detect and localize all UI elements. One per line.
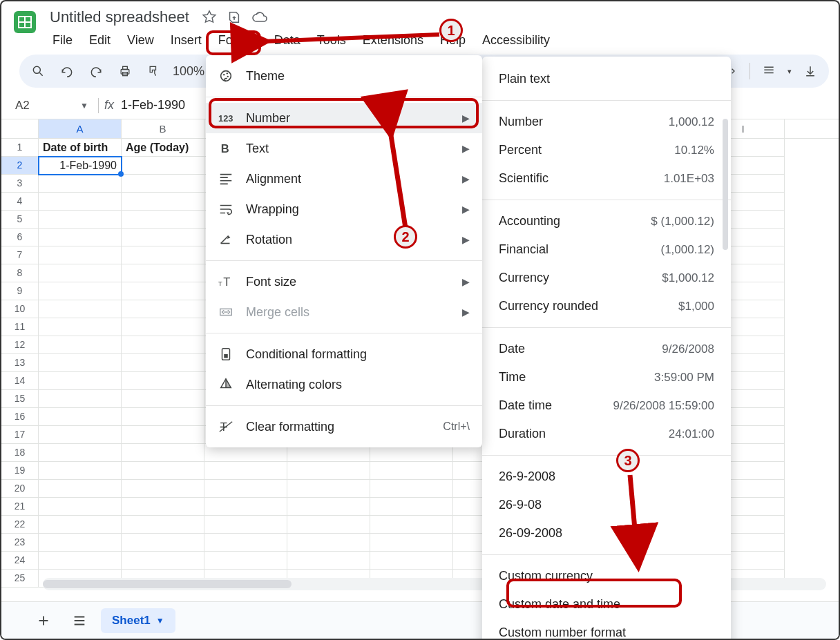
cell[interactable] [122,246,204,264]
cell[interactable] [204,498,287,516]
cell[interactable] [39,444,122,462]
format-menu-theme[interactable]: Theme [206,61,482,91]
sheets-logo[interactable] [10,7,40,37]
format-menu-alternating-colors[interactable]: Alternating colors [206,369,482,400]
number-format-scientific[interactable]: Scientific1.01E+03 [482,164,731,193]
cell[interactable] [39,318,122,336]
star-icon[interactable] [202,10,217,25]
document-title[interactable]: Untitled spreadsheet [46,7,193,28]
cell[interactable] [39,229,122,246]
cell[interactable] [122,264,204,282]
cell[interactable] [122,354,204,372]
all-sheets-button[interactable] [65,606,94,635]
cell[interactable] [122,318,204,336]
cell[interactable] [39,264,122,282]
menu-accessibility[interactable]: Accessibility [475,30,557,50]
cell[interactable] [370,462,453,480]
number-format-custom-number-format[interactable]: Custom number format [482,619,731,640]
cell[interactable] [370,516,453,534]
cell[interactable] [39,408,122,426]
row-header[interactable]: 9 [1,282,39,300]
submenu-scrollbar[interactable] [723,119,728,250]
fx-icon[interactable]: fx [104,98,114,113]
cell[interactable] [39,480,122,498]
cell[interactable] [122,175,204,193]
paint-format-button[interactable] [144,61,164,81]
row-header[interactable]: 10 [1,300,39,318]
cell[interactable] [122,157,204,175]
cell[interactable] [122,534,204,552]
cell[interactable] [122,211,204,229]
cell[interactable] [204,534,287,552]
row-header[interactable]: 17 [1,426,39,444]
cell[interactable] [370,498,453,516]
row-header[interactable]: 12 [1,336,39,354]
cell[interactable] [39,372,122,390]
number-format-percent[interactable]: Percent10.12% [482,136,731,164]
row-header[interactable]: 3 [1,175,39,193]
cell[interactable] [122,300,204,318]
cell[interactable] [39,246,122,264]
cell[interactable] [39,426,122,444]
cell[interactable] [39,211,122,229]
row-header[interactable]: 5 [1,211,39,229]
number-format-date-time[interactable]: Date time9/26/2008 15:59:00 [482,391,731,420]
row-header[interactable]: 20 [1,480,39,498]
cell[interactable] [39,534,122,552]
sheet-tab[interactable]: Sheet1 ▼ [101,608,175,633]
row-header[interactable]: 2 [1,157,39,175]
cell[interactable] [39,336,122,354]
cell[interactable] [39,462,122,480]
cell[interactable] [122,498,204,516]
row-header[interactable]: 14 [1,372,39,390]
format-menu-wrapping[interactable]: Wrapping▶ [206,194,482,224]
cell[interactable] [39,552,122,570]
cell[interactable] [204,516,287,534]
number-format-time[interactable]: Time3:59:00 PM [482,363,731,391]
move-icon[interactable] [227,10,242,25]
cell[interactable] [370,534,453,552]
number-format-financial[interactable]: Financial(1,000.12) [482,235,731,264]
cell[interactable] [122,462,204,480]
column-header[interactable]: A [39,119,122,138]
row-header[interactable]: 6 [1,229,39,246]
cell[interactable] [122,552,204,570]
number-format-26-9-2008[interactable]: 26-9-2008 [482,463,731,491]
menu-file[interactable]: File [46,30,79,50]
cell[interactable] [39,498,122,516]
menu-view[interactable]: View [120,30,161,50]
row-header[interactable]: 25 [1,570,39,588]
row-header[interactable]: 1 [1,139,39,157]
row-header[interactable]: 7 [1,246,39,264]
row-header[interactable]: 22 [1,516,39,534]
formula-input[interactable]: 1-Feb-1990 [121,98,185,113]
format-menu-text[interactable]: Text▶ [206,133,482,164]
cell[interactable] [204,480,287,498]
cell[interactable] [122,229,204,246]
cell[interactable] [122,480,204,498]
cell[interactable] [122,372,204,390]
cell[interactable] [122,390,204,408]
format-menu-font-size[interactable]: Font size▶ [206,266,482,297]
cell[interactable] [122,282,204,300]
cell[interactable] [287,462,370,480]
redo-button[interactable] [86,61,106,81]
search-icon[interactable] [28,61,48,81]
row-header[interactable]: 11 [1,318,39,336]
cell[interactable] [287,516,370,534]
cell[interactable] [39,300,122,318]
cell[interactable] [287,498,370,516]
number-format-26-09-2008[interactable]: 26-09-2008 [482,519,731,547]
menu-insert[interactable]: Insert [164,30,209,50]
menu-edit[interactable]: Edit [82,30,117,50]
cell[interactable] [287,552,370,570]
row-header[interactable]: 19 [1,462,39,480]
cell[interactable]: Age (Today) [122,139,204,157]
format-menu-conditional-formatting[interactable]: Conditional formatting [206,339,482,369]
row-header[interactable]: 13 [1,354,39,372]
row-header[interactable]: 18 [1,444,39,462]
cell[interactable] [122,516,204,534]
row-header[interactable]: 8 [1,264,39,282]
format-menu-rotation[interactable]: Rotation▶ [206,224,482,255]
number-format-currency-rounded[interactable]: Currency rounded$1,000 [482,292,731,320]
